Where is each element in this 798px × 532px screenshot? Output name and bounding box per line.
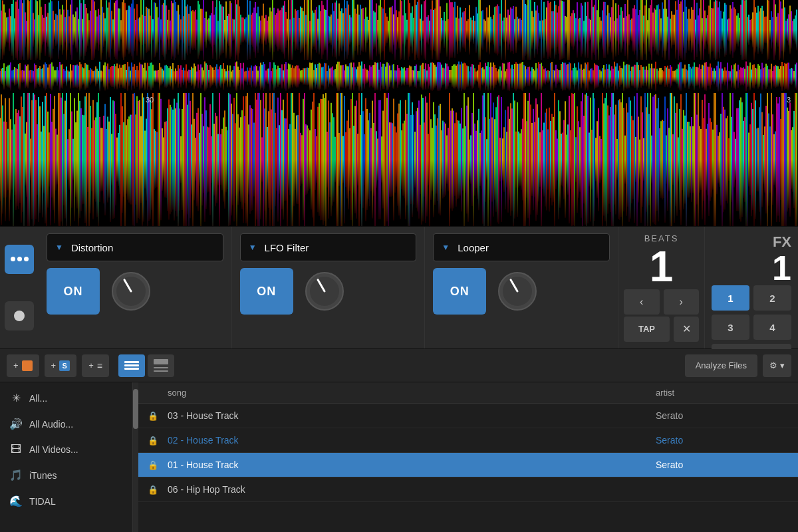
controls-section: ▼ Distortion ON ▼ LFO Filter ON [0,226,798,349]
beats-prev-button[interactable]: ‹ [624,289,660,315]
beats-tap-row: TAP ✕ [624,317,699,342]
library-toolbar: + + S + ≡ [0,349,798,382]
fx-unit-3: ▼ Looper ON [425,227,618,348]
header-lock [148,388,168,398]
header-artist: artist [656,388,789,398]
fx-button-1[interactable]: 1 [712,285,749,311]
sidebar-item-all-label: All... [29,393,47,404]
gear-dropdown-arrow: ▾ [780,360,785,370]
split-view-icon [154,359,168,372]
tidal-icon: 🌊 [9,495,23,507]
beats-section: BEATS 1 ‹ › TAP ✕ [618,227,705,348]
waveform-section: 30 3 [0,0,798,226]
add-crate-button[interactable]: + [7,354,39,377]
waveform-mini [0,60,798,93]
sidebar-scrollbar[interactable] [133,382,138,532]
sidebar-item-tidal[interactable]: 🌊 TIDAL [0,488,132,514]
lock-icon-4: 🔒 [148,485,168,495]
dropdown-arrow-1: ▼ [55,243,63,252]
fx-unit-2: ▼ LFO Filter ON [232,227,426,348]
view-list-button[interactable] [118,354,145,377]
fx-right-number: 1 [772,251,791,285]
crate-icon [22,360,33,371]
waveform-main: 30 3 [0,93,798,226]
plus-icon: + [13,360,19,370]
beats-nav: ‹ › [624,289,699,315]
plus-icon-3: + [88,360,94,370]
fx-button-3[interactable]: 3 [712,315,749,340]
view-split-button[interactable] [148,354,174,377]
dot-2 [17,257,22,261]
track-list: song artist 🔒 03 - House Track Serato 🔒 … [138,382,798,532]
sidebar-item-video-label: All Videos... [29,444,78,455]
track-name-2: 02 - House Track [168,435,656,446]
beats-number: 1 [650,245,674,288]
fx-unit-1: ▼ Distortion ON [39,227,232,348]
beats-label: BEATS [644,233,679,243]
track-artist-3: Serato [656,460,789,470]
fx-knob-2[interactable] [301,268,348,315]
track-row[interactable]: 🔒 06 - Hip Hop Track [138,477,798,502]
fx-button-2[interactable]: 2 [753,285,791,311]
fx-knob-1[interactable] [108,268,154,315]
track-name-3: 01 - House Track [168,460,656,470]
dot-1 [11,257,15,261]
track-list-header: song artist [138,382,798,404]
track-row[interactable]: 🔒 03 - House Track Serato [138,404,798,428]
beats-next-button[interactable]: › [664,289,700,315]
fx-dropdown-1[interactable]: ▼ Distortion [47,233,223,261]
analyze-label: Analyze Files [696,360,747,370]
fx-on-button-3[interactable]: ON [433,268,486,315]
video-icon: 🎞 [9,444,23,456]
beats-close-button[interactable]: ✕ [674,317,699,342]
header-song: song [168,388,656,398]
fx-on-button-1[interactable]: ON [47,268,100,315]
lock-icon-2: 🔒 [148,436,168,446]
track-row[interactable]: 🔒 02 - House Track Serato [138,428,798,453]
dropdown-arrow-2: ▼ [249,243,257,252]
library-section: + + S + ≡ [0,349,798,532]
sidebar-item-itunes[interactable]: 🎵 iTunes [0,462,132,488]
track-name-1: 03 - House Track [168,410,656,421]
dot-3 [24,257,29,261]
fx-unit-1-controls: ON [47,268,223,315]
library-content: ✳ All... 🔊 All Audio... 🎞 All Videos... … [0,382,798,532]
sidebar-item-tidal-label: TIDAL [29,496,56,507]
sidebar-item-video[interactable]: 🎞 All Videos... [0,437,132,462]
scrollbar-thumb [133,389,138,429]
sidebar-item-all[interactable]: ✳ All... [0,385,132,411]
analyze-files-button[interactable]: Analyze Files [685,354,757,377]
track-name-4: 06 - Hip Hop Track [168,484,656,495]
beat-marker-30: 30 [144,94,156,105]
record-button[interactable] [5,301,34,331]
add-playlist-button[interactable]: + ≡ [82,354,109,377]
sidebar-item-itunes-label: iTunes [29,470,57,481]
fx-left-panel [0,227,39,348]
fx-on-button-2[interactable]: ON [240,268,293,315]
plus-icon-2: + [51,360,57,370]
gear-settings-button[interactable]: ⚙ ▾ [763,354,791,377]
sidebar: ✳ All... 🔊 All Audio... 🎞 All Videos... … [0,382,133,532]
waveform-main-canvas [0,93,798,226]
serato-icon: S [59,360,70,371]
sidebar-item-audio[interactable]: 🔊 All Audio... [0,411,132,437]
fx-name-1: Distortion [71,242,113,253]
tap-button[interactable]: TAP [624,317,670,342]
track-artist-1: Serato [656,410,789,421]
itunes-icon: 🎵 [9,469,23,481]
fx-right-panel: FX 1 1 2 3 4 M [705,227,798,348]
list-view-icon [124,361,139,370]
view-toggle [118,354,174,377]
track-row[interactable]: 🔒 01 - House Track Serato [138,453,798,477]
add-serato-button[interactable]: + S [45,354,77,377]
waveform-top [0,0,798,60]
fx-dropdown-2[interactable]: ▼ LFO Filter [240,233,417,261]
beat-marker-3: 3 [785,94,793,105]
audio-icon: 🔊 [9,418,23,430]
fx-knob-3[interactable] [494,268,541,315]
fx-dropdown-3[interactable]: ▼ Looper [433,233,610,261]
fx-button-4[interactable]: 4 [753,315,791,340]
dots-button[interactable] [5,245,34,274]
fx-name-3: Looper [458,242,489,253]
fx-unit-2-controls: ON [240,268,417,315]
